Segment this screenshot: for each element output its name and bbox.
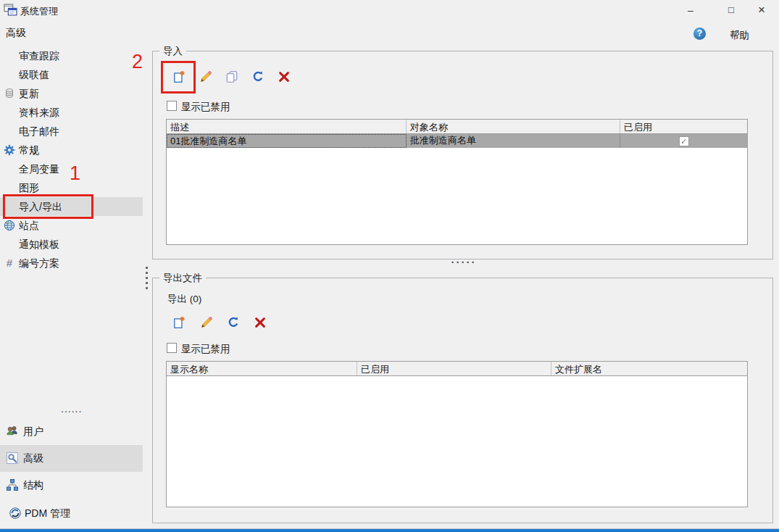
new-document-icon (172, 316, 186, 329)
import-show-disabled-label: 显示已禁用 (181, 101, 230, 114)
delete-x-icon (254, 316, 267, 329)
sidebar-item-label: 通知模板 (19, 238, 59, 252)
export-table-header: 显示名称 已启用 文件扩展名 (167, 362, 747, 376)
system-management-window: 系统管理 – □ × ? 帮助 高级 审查跟踪 级联值 更新 资料来源 电子邮件 (0, 0, 779, 532)
column-header-display-name[interactable]: 显示名称 (167, 362, 357, 375)
sidebar-item-cascade-values[interactable]: 级联值 (0, 65, 143, 84)
sidebar-item-data-sources[interactable]: 资料来源 (0, 103, 143, 122)
sidebar-item-label: 全局变量 (19, 163, 59, 176)
export-refresh-button[interactable] (225, 315, 241, 331)
sidebar-item-email[interactable]: 电子邮件 (0, 122, 143, 141)
pencil-icon (199, 70, 212, 83)
sidebar-item-graphics[interactable]: 图形 (0, 178, 143, 197)
table-row[interactable]: 01批准制造商名单 批准制造商名单 ✓ (167, 134, 747, 148)
sidebar-item-label: 图形 (19, 182, 39, 195)
export-edit-button[interactable] (199, 315, 214, 331)
import-show-disabled-checkbox[interactable] (167, 101, 177, 111)
sidebar-item-general[interactable]: 常规 (0, 141, 143, 159)
column-header-description[interactable]: 描述 (167, 120, 407, 133)
copy-icon (225, 70, 238, 83)
pdm-sync-icon (9, 507, 22, 520)
sidebar-section-title: 高级 (6, 27, 26, 40)
database-icon (4, 88, 15, 99)
sidebar-item-global-variables[interactable]: 全局变量 (0, 159, 143, 178)
nav-item-pdm-management[interactable]: PDM 管理 (0, 500, 143, 527)
refresh-icon (227, 316, 240, 329)
window-bottom-edge (0, 528, 779, 529)
sidebar-item-sites[interactable]: 站点 (0, 216, 143, 235)
panel-splitter-handle[interactable]: ····· (448, 259, 480, 267)
export-count-label: 导出 (0) (167, 293, 201, 306)
sidebar-item-label: 编号方案 (19, 257, 59, 270)
export-show-disabled-checkbox[interactable] (167, 343, 177, 353)
app-icon (4, 3, 17, 17)
nav-item-advanced[interactable]: 高级 (0, 445, 143, 472)
nav-item-users[interactable]: 用户 (0, 418, 143, 445)
delete-x-icon (278, 70, 291, 83)
cell-description: 01批准制造商名单 (167, 134, 407, 148)
export-table: 显示名称 已启用 文件扩展名 (166, 361, 748, 507)
sidebar-item-audit-trail[interactable]: 审查跟踪 (0, 46, 143, 65)
help-button[interactable]: 帮助 (730, 29, 749, 42)
column-header-file-extension[interactable]: 文件扩展名 (551, 362, 747, 375)
structure-icon (6, 478, 19, 491)
import-group-title: 导入 (159, 45, 186, 58)
advanced-tools-icon (6, 452, 19, 465)
column-header-enabled[interactable]: 已启用 (357, 362, 551, 375)
sidebar-item-label: 更新 (19, 88, 39, 101)
sidebar-item-label: 资料来源 (19, 107, 59, 120)
nav-item-label: 高级 (23, 452, 43, 465)
import-edit-button[interactable] (198, 69, 214, 85)
export-new-button[interactable] (171, 315, 187, 331)
export-delete-button[interactable] (252, 315, 268, 331)
sidebar-item-label: 导入/导出 (19, 201, 62, 214)
titlebar: 系统管理 – □ × (0, 0, 779, 20)
sidebar-item-label: 级联值 (19, 69, 49, 82)
nav-item-label: 用户 (23, 425, 43, 439)
import-copy-button[interactable] (224, 69, 240, 85)
sidebar-item-update[interactable]: 更新 (0, 84, 143, 103)
new-document-icon (172, 70, 186, 83)
close-button[interactable]: × (746, 0, 777, 20)
export-group-title: 导出文件 (159, 272, 206, 285)
import-table-header: 描述 对象名称 已启用 (167, 120, 747, 134)
cell-object-name: 批准制造商名单 (407, 134, 620, 148)
nav-item-label: 结构 (23, 479, 43, 492)
users-icon (6, 425, 19, 438)
sidebar-item-notification-templates[interactable]: 通知模板 (0, 235, 143, 254)
sidebar-dots: ...... (61, 403, 82, 415)
sidebar-splitter-handle[interactable] (146, 267, 149, 291)
sidebar-item-numbering-schemes[interactable]: # 编号方案 (0, 254, 143, 273)
cell-enabled: ✓ (620, 134, 747, 148)
export-show-disabled-label: 显示已禁用 (181, 343, 230, 356)
numbering-icon: # (4, 257, 15, 269)
import-refresh-button[interactable] (250, 69, 266, 85)
sidebar-item-label: 常规 (19, 144, 39, 157)
pencil-icon (200, 316, 213, 329)
import-new-button[interactable] (171, 69, 187, 85)
import-table: 描述 对象名称 已启用 01批准制造商名单 批准制造商名单 ✓ (166, 119, 748, 245)
globe-icon (4, 220, 15, 231)
maximize-button[interactable]: □ (716, 0, 746, 20)
enabled-checkbox[interactable]: ✓ (679, 136, 689, 146)
sidebar-item-label: 电子邮件 (19, 125, 59, 138)
sidebar-item-import-export[interactable]: 导入/导出 (0, 197, 143, 216)
nav-item-label: PDM 管理 (25, 507, 70, 520)
minimize-button[interactable]: – (675, 0, 706, 20)
nav-item-structure[interactable]: 结构 (0, 472, 143, 499)
help-icon[interactable]: ? (693, 28, 706, 40)
column-header-object-name[interactable]: 对象名称 (407, 120, 620, 133)
sidebar-item-label: 站点 (19, 220, 39, 233)
column-header-enabled[interactable]: 已启用 (620, 120, 747, 133)
window-title: 系统管理 (20, 5, 58, 18)
refresh-icon (251, 70, 264, 83)
import-delete-button[interactable] (276, 69, 292, 85)
gear-icon (4, 144, 15, 156)
sidebar-item-label: 审查跟踪 (19, 50, 59, 63)
